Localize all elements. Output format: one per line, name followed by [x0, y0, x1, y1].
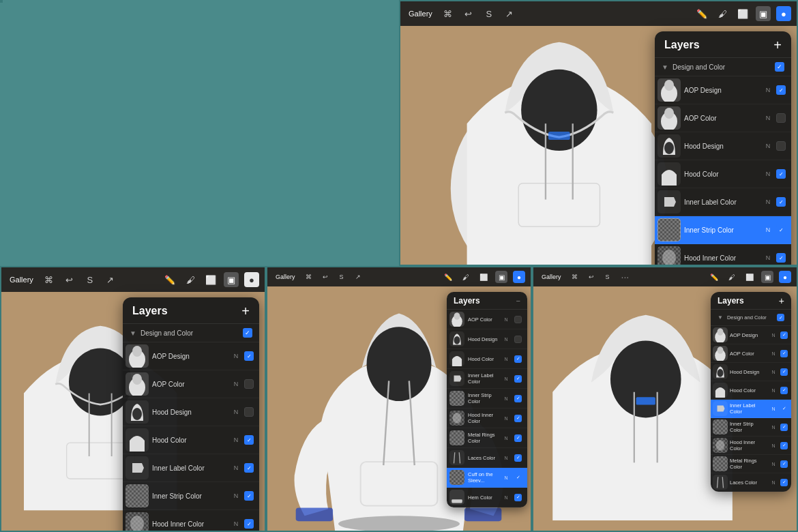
layer-row[interactable]: Hood ColorN✓ [447, 349, 527, 369]
layer-row[interactable]: Hood Inner ColorN✓ [123, 510, 259, 532]
layer-row[interactable]: Inner Label ColorN✓ [123, 454, 259, 482]
layer-row[interactable]: Hood DesignN✓ [711, 363, 791, 381]
brush-tr[interactable]: ✏️ [162, 272, 177, 287]
smudge-tl[interactable]: 🖌 [715, 6, 730, 21]
layer-visibility[interactable]: ✓ [514, 375, 522, 383]
brush-bl[interactable]: ✏️ [708, 271, 720, 283]
group-header-tl[interactable]: ▼ Design and Color ✓ [655, 58, 791, 76]
group-header-tr[interactable]: ▼ Design and Color ✓ [123, 324, 259, 342]
tool4-bm[interactable]: ↗ [353, 271, 364, 282]
layer-row[interactable]: Hood ColorN✓ [123, 426, 259, 454]
tool3-tl[interactable]: S [482, 6, 497, 21]
gallery-btn-bm[interactable]: Gallery [273, 272, 298, 282]
layer-visibility[interactable]: ✓ [244, 491, 254, 501]
layer-row[interactable]: AOP ColorN [123, 370, 259, 398]
layers-add-tr[interactable]: + [241, 304, 250, 318]
layer-row[interactable]: Inner Label ColorN✓ [655, 188, 791, 216]
tool4-tl[interactable]: ↗ [502, 6, 517, 21]
layer-visibility[interactable] [514, 316, 522, 323]
layer-row[interactable]: Metal Rings ColorN✓ [447, 428, 527, 448]
smudge-tr[interactable]: 🖌 [183, 272, 198, 287]
group-check-bl[interactable]: ✓ [777, 314, 784, 321]
layer-row[interactable]: Inner Label ColorN✓ [447, 369, 527, 389]
layer-visibility[interactable]: ✓ [244, 435, 254, 445]
layer-visibility[interactable]: ✓ [514, 355, 522, 363]
group-check-tr[interactable]: ✓ [243, 328, 252, 338]
layer-visibility[interactable]: ✓ [780, 460, 788, 468]
layer-visibility[interactable]: ✓ [780, 350, 788, 357]
layer-visibility[interactable]: ✓ [514, 454, 522, 462]
layer-visibility[interactable]: ✓ [514, 434, 522, 442]
layers-add-bl[interactable]: + [779, 296, 784, 306]
eraser-bm[interactable]: ⬜ [477, 271, 490, 283]
layer-visibility[interactable]: ✓ [780, 479, 788, 486]
tool2-bl[interactable]: ↩ [586, 271, 597, 282]
group-header-bl[interactable]: ▼ Design and Color ✓ [711, 310, 791, 326]
layer-visibility[interactable]: ✓ [780, 368, 788, 376]
layer-visibility[interactable]: ✓ [244, 351, 254, 361]
layer-row[interactable]: Metal Rings ColorN✓ [711, 455, 791, 473]
eraser-tr[interactable]: ⬜ [203, 272, 218, 287]
layer-visibility[interactable]: ✓ [780, 331, 788, 339]
tool2-bm[interactable]: ↩ [320, 271, 331, 282]
layers-minus-bm[interactable]: − [516, 297, 520, 305]
brush-tl[interactable]: ✏️ [694, 6, 709, 21]
layer-tl[interactable]: ▣ [756, 6, 771, 21]
layer-row[interactable]: AOP ColorN✓ [711, 344, 791, 363]
gallery-btn-tl[interactable]: Gallery [406, 8, 435, 19]
layer-row[interactable]: AOP ColorN [655, 104, 791, 132]
layer-visibility[interactable]: ✓ [780, 405, 788, 413]
layer-visibility[interactable]: ✓ [244, 463, 254, 473]
layer-tr[interactable]: ▣ [224, 272, 239, 287]
layer-row[interactable]: Cuff on the Sleev...N✓ [447, 468, 527, 488]
tool3-bl[interactable]: S [602, 271, 613, 282]
layer-visibility[interactable]: ✓ [776, 169, 786, 179]
layer-visibility[interactable]: ✓ [780, 424, 788, 431]
layer-row[interactable]: AOP DesignN✓ [711, 326, 791, 344]
layer-visibility[interactable]: ✓ [776, 253, 786, 263]
layer-visibility[interactable] [244, 407, 254, 417]
layer-row[interactable]: Laces ColorN✓ [447, 448, 527, 468]
layer-visibility[interactable]: ✓ [244, 519, 254, 529]
eraser-bl[interactable]: ⬜ [743, 271, 756, 283]
layer-bl[interactable]: ▣ [761, 271, 773, 283]
layer-visibility[interactable] [244, 379, 254, 389]
tool1-tl[interactable]: ⌘ [441, 6, 456, 21]
tool1-tr[interactable]: ⌘ [42, 272, 57, 287]
gallery-btn-bl[interactable]: Gallery [539, 272, 564, 282]
layer-row[interactable]: Inner Strip ColorN✓ [711, 418, 791, 437]
layer-row[interactable]: Hood Inner ColorN✓ [447, 409, 527, 428]
layer-visibility[interactable]: ✓ [514, 474, 522, 482]
layer-visibility[interactable] [514, 336, 522, 343]
layer-visibility[interactable]: ✓ [776, 225, 786, 235]
layer-row[interactable]: AOP DesignN✓ [655, 76, 791, 104]
layer-row[interactable]: Hem ColorN✓ [447, 488, 527, 507]
layer-bm[interactable]: ▣ [495, 271, 507, 283]
layer-row[interactable]: Hood DesignN [655, 132, 791, 160]
layer-row[interactable]: Hood DesignN [447, 329, 527, 349]
layer-row[interactable]: Inner Strip ColorN✓ [123, 482, 259, 510]
color-tr[interactable]: ● [244, 272, 259, 287]
layer-visibility[interactable]: ✓ [780, 387, 788, 394]
layer-row[interactable]: Hood Inner ColorN✓ [711, 437, 791, 455]
layer-visibility[interactable] [776, 113, 786, 123]
tool1-bl[interactable]: ⌘ [570, 271, 580, 282]
brush-bm[interactable]: ✏️ [442, 271, 454, 283]
tool4-tr[interactable]: ↗ [103, 272, 118, 287]
layer-visibility[interactable]: ✓ [780, 442, 788, 449]
layer-row[interactable]: Hood ColorN✓ [655, 160, 791, 188]
layer-row[interactable]: AOP ColorN [447, 310, 527, 329]
group-check-tl[interactable]: ✓ [775, 62, 784, 72]
gallery-btn-tr[interactable]: Gallery [7, 274, 36, 285]
layer-visibility[interactable]: ✓ [776, 85, 786, 95]
color-tl[interactable]: ● [776, 6, 791, 21]
layer-row[interactable]: Hood DesignN [123, 398, 259, 426]
eraser-tl[interactable]: ⬜ [735, 6, 750, 21]
tool3-bm[interactable]: S [336, 271, 347, 282]
tool3-tr[interactable]: S [83, 272, 98, 287]
color-bm[interactable]: ● [513, 271, 525, 283]
layer-visibility[interactable]: ✓ [776, 197, 786, 207]
layer-row[interactable]: Laces ColorN✓ [711, 473, 791, 492]
layers-add-tl[interactable]: + [773, 38, 782, 52]
layer-visibility[interactable]: ✓ [514, 494, 522, 501]
